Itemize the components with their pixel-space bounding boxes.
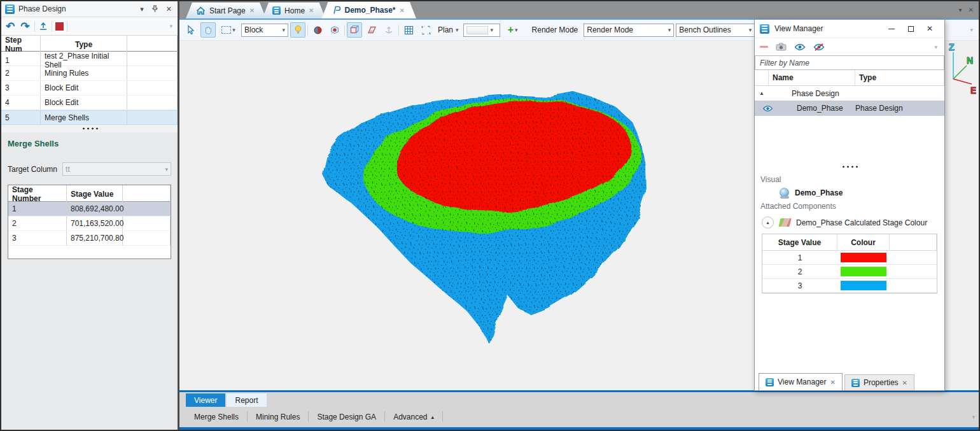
phase-design-panel-header: Phase Design ▾ ✕ <box>1 1 178 17</box>
visual-demo-phase[interactable]: Demo_Phase <box>780 188 939 197</box>
bench-outlines-select[interactable]: Bench Outlines ▾ <box>676 24 755 37</box>
colour-row-1[interactable]: 1 <box>762 251 937 265</box>
stop-button[interactable] <box>55 22 64 31</box>
home-doc-icon <box>272 6 281 15</box>
step-row-5-selected[interactable]: 5 Merge Shells <box>1 110 178 125</box>
select-cursor-button[interactable] <box>183 22 199 38</box>
grid-button[interactable] <box>401 22 416 38</box>
chevron-down-icon: ▾ <box>668 27 671 33</box>
vm-toolbar-overflow-icon[interactable]: ▾ <box>934 44 939 50</box>
plan-view-select[interactable]: Plan ▾ <box>435 25 461 34</box>
clip-plane-button[interactable] <box>364 22 379 38</box>
panel-app-icon <box>5 4 15 14</box>
action-mining-rules[interactable]: Mining Rules <box>248 411 309 422</box>
tab-view-manager[interactable]: View Manager ✕ <box>759 373 843 390</box>
stage1-swatch[interactable] <box>841 253 886 262</box>
step-row-1[interactable]: 1 test 2_Phase Initial Shell <box>1 52 178 66</box>
phase-doc-icon <box>332 6 341 15</box>
chevron-down-icon: ▾ <box>282 27 285 33</box>
colour-swatch-select[interactable]: ▾ <box>463 24 500 37</box>
stage-row-1-selected[interactable]: 1 808,692,480.00 <box>8 202 171 216</box>
panel-close-icon[interactable]: ✕ <box>164 5 174 13</box>
panel-title: Phase Design <box>18 4 66 13</box>
phase-design-panel: Phase Design ▾ ✕ ↶ ↷ ▾ Step Num Type <box>1 1 178 430</box>
redo-button[interactable]: ↷ <box>19 21 31 32</box>
step-row-4[interactable]: 4 Block Edit <box>1 95 178 110</box>
hide-eye-button[interactable] <box>813 43 825 52</box>
close-icon[interactable]: ✕ <box>249 7 255 14</box>
tree-group-phase-design[interactable]: ▲ Phase Design <box>755 86 944 101</box>
collapse-circle-button[interactable]: ▴ <box>762 216 774 229</box>
step-row-2[interactable]: 2 Mining Rules <box>1 66 178 81</box>
vm-splitter-handle[interactable] <box>755 163 944 171</box>
tab-report[interactable]: Report <box>227 393 266 407</box>
filter-by-name-input[interactable]: Filter by Name <box>755 55 944 70</box>
lighting-bulb-button[interactable] <box>290 22 305 38</box>
pin-icon[interactable] <box>150 4 160 13</box>
snapshot-camera-button[interactable] <box>776 43 787 51</box>
view-manager-tab-icon <box>766 378 774 386</box>
splitter-handle[interactable] <box>1 125 178 132</box>
stage2-swatch[interactable] <box>841 267 886 276</box>
add-button[interactable]: + ▾ <box>502 22 524 38</box>
stage-row-2[interactable]: 2 701,163,520.00 <box>8 216 171 231</box>
colour-row-3[interactable]: 3 <box>762 279 937 293</box>
sphere-in-cube-button[interactable] <box>327 22 342 38</box>
chevron-down-icon: ▾ <box>515 27 518 33</box>
close-button[interactable]: ✕ <box>920 22 939 35</box>
close-icon[interactable]: ✕ <box>400 7 405 14</box>
target-column-select[interactable]: tt ▾ <box>62 162 171 176</box>
panel-menu-caret-icon[interactable]: ▾ <box>138 5 146 13</box>
selection-mode-select[interactable]: Block ▾ <box>241 24 288 37</box>
stage-row-3[interactable]: 3 875,210,700.80 <box>8 231 171 246</box>
action-stage-design-ga[interactable]: Stage Design GA <box>309 411 385 422</box>
tabstrip-close-icon[interactable]: ✕ <box>969 6 974 13</box>
selection-rect-button[interactable]: ▾ <box>218 22 239 38</box>
tab-demo-phase[interactable]: Demo_Phase* ✕ <box>322 2 416 18</box>
pan-hand-button[interactable] <box>200 22 216 38</box>
visibility-eye-icon[interactable] <box>755 105 780 112</box>
view-manager-titlebar[interactable]: View Manager ✕ <box>755 20 944 38</box>
toolbar-overflow-icon[interactable]: ▾ <box>169 23 174 29</box>
zoom-extents-button[interactable] <box>418 22 433 38</box>
tab-properties[interactable]: Properties ✕ <box>844 374 914 390</box>
render-mode-select[interactable]: Render Mode ▾ <box>584 24 674 37</box>
action-merge-shells[interactable]: Merge Shells <box>186 411 248 422</box>
tree-item-demo-phase-selected[interactable]: Demo_Phase Phase Design <box>755 101 944 116</box>
stage-values-header: Stage Number Stage Value <box>8 185 171 202</box>
visual-sphere-icon <box>780 188 789 197</box>
colour-row-2[interactable]: 2 <box>762 265 937 279</box>
tab-start-page[interactable]: Start Page ✕ <box>186 3 266 18</box>
shaded-sphere-button[interactable] <box>310 22 325 38</box>
undo-button[interactable]: ↶ <box>4 21 16 32</box>
close-icon[interactable]: ✕ <box>830 379 836 386</box>
axis-e-label: E <box>970 85 976 95</box>
band-overflow-icon[interactable]: ▾ <box>972 414 975 420</box>
export-button[interactable] <box>38 21 48 31</box>
close-icon[interactable]: ✕ <box>309 7 314 14</box>
maximize-button[interactable] <box>901 22 920 35</box>
component-stage-colour[interactable]: ▴ Demo_Phase Calculated Stage Colour <box>762 216 939 229</box>
chevron-down-icon: ▾ <box>749 27 752 33</box>
bottom-bar: Viewer Report Merge Shells Mining Rules … <box>179 390 979 430</box>
tab-list-caret-icon[interactable]: ▾ <box>959 6 962 13</box>
tab-home[interactable]: Home ✕ <box>262 3 325 18</box>
blank-swatch <box>466 26 488 34</box>
close-icon[interactable]: ✕ <box>902 379 907 386</box>
home-icon <box>196 6 206 15</box>
toolbar-overflow-icon[interactable]: ▾ <box>970 27 975 33</box>
clip-box-button[interactable] <box>347 22 362 38</box>
collapse-triangle-icon[interactable]: ▲ <box>755 90 769 96</box>
stage-values-table: Stage Number Stage Value 1 808,692,480.0… <box>8 185 171 259</box>
tab-viewer[interactable]: Viewer <box>186 393 225 407</box>
axis-n-label: N <box>967 55 973 66</box>
tree-header: Name Type <box>755 70 944 86</box>
step-row-3[interactable]: 3 Block Edit <box>1 81 178 95</box>
action-advanced[interactable]: Advanced ▴ <box>385 411 443 422</box>
document-tabstrip: Start Page ✕ Home ✕ Demo_Phase* ✕ ▾ ✕ <box>179 1 979 18</box>
stage3-swatch[interactable] <box>841 281 886 290</box>
phase-design-toolbar: ↶ ↷ ▾ <box>1 17 178 36</box>
view-manager-icon <box>760 24 769 34</box>
show-eye-button[interactable] <box>794 43 806 51</box>
minimize-button[interactable] <box>882 22 901 35</box>
